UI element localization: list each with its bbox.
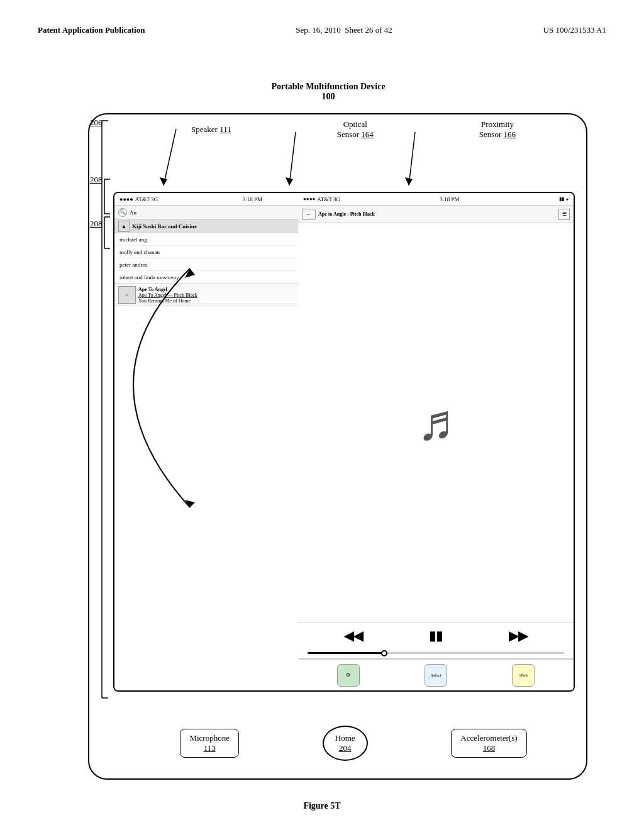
list-icon[interactable]: ☰ [558,209,570,220]
microphone-box: Microphone 113 [180,729,239,758]
progress-bar[interactable] [298,648,574,659]
nowplaying-track-bar: ← Ape to Angle - Pitch Black ☰ [298,206,574,223]
mini-album-art: ♫ [118,286,136,304]
speaker-label: Speaker 111 [191,124,231,135]
figure-caption: Figure 5T [303,801,340,811]
prev-button[interactable]: ◀◀ [344,628,363,643]
optical-sensor-label: Optical Sensor 164 [337,119,374,140]
back-button[interactable]: ← [302,209,316,220]
home-button-box[interactable]: Home 204 [323,726,368,761]
top-components-row: Speaker 111 Optical Sensor 164 Proximity… [138,119,569,140]
search-icon: 🔍 [118,208,127,217]
header-date-sheet: Sep. 16, 2010 Sheet 26 of 42 [296,25,392,35]
playback-controls[interactable]: ◀◀ ▮▮ ▶▶ [298,622,574,648]
screen-outer: ●●●● AT&T 3G 3:18 PM ▮▮▮ 🔍 An ⚙ ▲ Kiji S… [113,192,575,692]
device-title: Portable Multifunction Device 100 [271,82,385,102]
dock-icon-ipod[interactable]: iPod [512,664,535,687]
nowplaying-panel: ●●●● AT&T 3G 3:18 PM ▮▮ ● ← Ape to Angle… [298,193,574,690]
proximity-sensor-label: Proximity Sensor 166 [479,119,516,140]
dock-icon-settings[interactable]: ⚙ [337,664,360,687]
dock-icon-safari[interactable]: Safari [425,664,447,687]
album-art-area: ♬ [298,223,574,622]
label-206: 206 [90,116,103,128]
label-208-bottom: 208 [90,219,103,229]
header-patent-number: US 100/231533 A1 [543,25,606,35]
accelerometer-box: Accelerometer(s) 168 [451,729,526,758]
music-note-icon: ♬ [417,394,455,451]
next-button[interactable]: ▶▶ [509,628,528,643]
bottom-components-row: Microphone 113 Home 204 Accelerometer(s)… [138,726,569,761]
diagram-container: Portable Multifunction Device 100 206 20… [50,82,606,780]
pause-button[interactable]: ▮▮ [429,628,443,643]
page-header: Patent Application Publication Sep. 16, … [38,25,606,35]
nowplaying-status-bar: ●●●● AT&T 3G 3:18 PM ▮▮ ● [298,193,574,206]
dock-area: ⚙ Safari iPod [298,659,574,690]
label-208-top: 208 [90,175,103,185]
header-publication: Patent Application Publication [38,25,145,35]
